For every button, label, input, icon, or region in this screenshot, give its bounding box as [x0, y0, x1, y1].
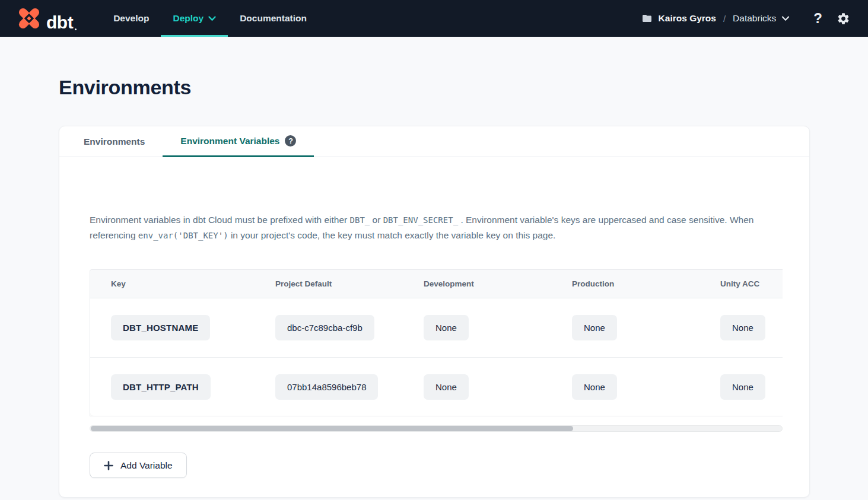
cell-production: None [551, 315, 700, 340]
table-column-header: Unity ACC [700, 279, 783, 288]
cell-project-default: dbc-c7c89cba-cf9b [255, 315, 403, 340]
cell-development: None [403, 374, 551, 400]
cell-production: None [551, 374, 700, 400]
unity-acc-value-chip: None [720, 374, 765, 400]
description-segment: env_var('DBT_KEY') [138, 231, 228, 240]
main-menu: Develop Deploy Documentation [101, 0, 319, 37]
plus-icon [104, 461, 113, 470]
tab-environment-variables[interactable]: Environment Variables ? [163, 126, 314, 157]
variable-key-chip: DBT_HTTP_PATH [111, 374, 211, 400]
gear-icon[interactable] [837, 12, 850, 26]
project-default-chip: 07bb14a8596beb78 [275, 374, 378, 400]
table-body: DBT_HOSTNAME dbc-c7c89cba-cf9b None None [90, 298, 783, 416]
folder-icon [641, 13, 653, 24]
tab-help-icon[interactable]: ? [285, 135, 296, 147]
tab-bar: Environments Environment Variables ? [59, 126, 809, 157]
env-var-description: Environment variables in dbt Cloud must … [90, 212, 787, 243]
nav-item-develop[interactable]: Develop [101, 0, 161, 37]
table-row: DBT_HOSTNAME dbc-c7c89cba-cf9b None None [90, 298, 783, 357]
project-name: Kairos Gyros [659, 13, 716, 24]
page-title: Environments [59, 76, 868, 99]
nav-item-deploy-label: Deploy [173, 13, 204, 24]
unity-acc-value-chip: None [720, 315, 765, 340]
dbt-logo-icon [16, 5, 42, 31]
cell-unity-acc: None [700, 315, 783, 340]
environments-card: Environments Environment Variables ? Env… [59, 126, 810, 498]
description-segment: or [373, 215, 383, 225]
table-column-header: Development [403, 279, 551, 288]
card-body: Environment variables in dbt Cloud must … [59, 212, 809, 497]
dbt-logo-wordmark: dbt [46, 14, 77, 31]
add-variable-button[interactable]: Add Variable [90, 453, 187, 478]
development-value-chip: None [424, 315, 469, 340]
table-column-header: Production [551, 279, 700, 288]
horizontal-scrollbar-track[interactable] [90, 425, 783, 432]
chevron-down-icon [781, 16, 790, 21]
nav-item-documentation-label: Documentation [240, 13, 307, 24]
project-breadcrumb[interactable]: Kairos Gyros / Databricks [641, 13, 790, 24]
description-segment: in your project's code, the key must mat… [231, 230, 555, 240]
page-content: Environments Environments Environment Va… [0, 76, 868, 498]
development-value-chip: None [424, 374, 469, 400]
nav-right-section: Kairos Gyros / Databricks ? [641, 11, 850, 26]
add-variable-label: Add Variable [120, 460, 173, 471]
description-segment: DBT_ENV_SECRET_ [383, 215, 458, 225]
table-column-header: Key [90, 279, 255, 288]
cell-unity-acc: None [700, 374, 783, 400]
dbt-logo[interactable]: dbt [16, 5, 77, 31]
nav-item-develop-label: Develop [113, 13, 149, 24]
production-value-chip: None [572, 315, 617, 340]
active-nav-underline [161, 35, 228, 37]
variable-key-chip: DBT_HOSTNAME [111, 315, 210, 340]
tab-environments-label: Environments [84, 136, 145, 147]
help-icon[interactable]: ? [813, 11, 822, 26]
table-column-header: Project Default [255, 279, 403, 288]
top-navigation: dbt Develop Deploy Documentation K [0, 0, 868, 37]
variables-table: Key Project Default Development Producti… [90, 269, 783, 416]
cell-key: DBT_HOSTNAME [90, 315, 255, 340]
description-segment: DBT_ [350, 215, 370, 225]
tab-environment-variables-label: Environment Variables [180, 136, 279, 147]
horizontal-scrollbar-thumb[interactable] [91, 426, 573, 431]
cell-key: DBT_HTTP_PATH [90, 374, 255, 400]
chevron-down-icon [208, 16, 216, 21]
breadcrumb-separator: / [721, 14, 727, 24]
nav-item-deploy[interactable]: Deploy [161, 0, 228, 37]
connection-name: Databricks [733, 13, 776, 24]
description-segment: Environment variables in dbt Cloud must … [90, 215, 350, 225]
production-value-chip: None [572, 374, 617, 400]
project-default-chip: dbc-c7c89cba-cf9b [275, 315, 374, 340]
cell-project-default: 07bb14a8596beb78 [255, 374, 403, 400]
table-header-row: Key Project Default Development Producti… [90, 270, 783, 298]
tab-environments[interactable]: Environments [71, 126, 157, 157]
nav-item-documentation[interactable]: Documentation [228, 0, 319, 37]
table-row: DBT_HTTP_PATH 07bb14a8596beb78 None None [90, 357, 783, 416]
cell-development: None [403, 315, 551, 340]
